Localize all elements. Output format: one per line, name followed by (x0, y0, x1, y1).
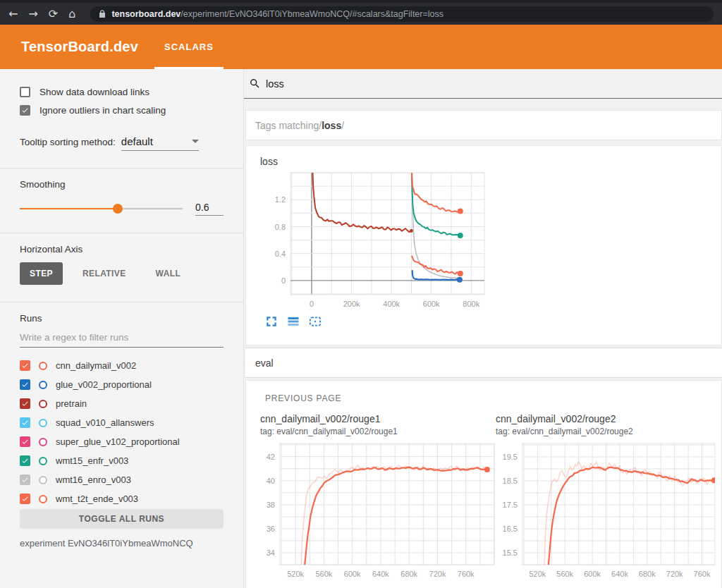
svg-text:15.5: 15.5 (503, 549, 518, 557)
toggle-all-runs-button[interactable]: TOGGLE ALL RUNS (20, 509, 224, 529)
loss-chart[interactable]: 0200k400k600k800k00.40.81.2 (269, 171, 488, 312)
axis-step-button[interactable]: STEP (20, 262, 63, 285)
run-label: wmt_t2t_ende_v003 (56, 494, 138, 504)
svg-text:40: 40 (267, 477, 275, 485)
main-panel: Tags matching /loss/ loss 0200k400k600k8… (244, 69, 722, 588)
run-checkbox[interactable] (20, 417, 30, 428)
expand-chart-icon[interactable] (265, 315, 278, 328)
experiment-id: experiment EvNO346lT0iYbmeaWmoNCQ (20, 538, 224, 549)
tooltip-sorting-label: Tooltip sorting method: (20, 137, 116, 147)
tab-scalars[interactable]: SCALARS (154, 25, 224, 69)
run-solo-radio[interactable] (39, 438, 47, 446)
address-bar[interactable]: tensorboard.dev/experiment/EvNO346lT0iYb… (90, 6, 714, 22)
run-row[interactable]: wmt_t2t_ende_v003 (20, 489, 224, 508)
svg-text:600k: 600k (423, 300, 440, 308)
run-row[interactable]: wmt16_enro_v003 (20, 470, 224, 489)
run-row[interactable]: pretrain (20, 394, 224, 413)
divider (0, 168, 243, 169)
run-solo-radio[interactable] (39, 400, 47, 408)
rouge2-chart[interactable]: 520k560k600k640k680k720k760k15.516.517.5… (491, 442, 719, 583)
url-path: /experiment/EvNO346lT0iYbmeaWmoNCQ/#scal… (180, 9, 443, 19)
run-row[interactable]: wmt15_enfr_v003 (20, 451, 224, 470)
run-checkbox[interactable] (20, 379, 30, 390)
eval-section-header[interactable]: eval (245, 348, 722, 378)
tag-filter-input[interactable] (266, 78, 477, 90)
smoothing-slider[interactable] (20, 203, 183, 214)
checkbox-label: Show data download links (39, 87, 149, 97)
tags-regex: loss (322, 120, 341, 131)
home-icon[interactable]: ⌂ (68, 8, 75, 20)
run-row[interactable]: cnn_dailymail_v002 (20, 356, 224, 375)
axis-wall-button[interactable]: WALL (146, 262, 191, 285)
fit-domain-icon[interactable] (309, 315, 322, 328)
runs-filter-input[interactable] (20, 332, 224, 348)
forward-icon[interactable]: → (28, 8, 37, 20)
svg-text:640k: 640k (611, 570, 628, 578)
checkbox-unchecked[interactable] (20, 87, 30, 97)
loss-card-title: loss (246, 146, 721, 167)
run-row[interactable]: super_glue_v102_proportional (20, 432, 224, 451)
check-icon (21, 400, 29, 408)
eval-section-title: eval (255, 357, 274, 369)
show-download-links-checkbox-row[interactable]: Show data download links (20, 87, 224, 97)
svg-text:200k: 200k (343, 300, 360, 308)
svg-text:600k: 600k (584, 570, 601, 578)
svg-text:0: 0 (310, 300, 314, 308)
svg-text:760k: 760k (694, 570, 711, 578)
run-row[interactable]: glue_v002_proportional (20, 375, 224, 394)
smoothing-value[interactable]: 0.6 (195, 202, 224, 216)
check-icon (21, 457, 29, 465)
run-solo-radio[interactable] (39, 419, 47, 427)
svg-text:38: 38 (267, 501, 275, 509)
svg-text:1.2: 1.2 (275, 195, 286, 204)
run-solo-radio[interactable] (39, 495, 47, 503)
svg-text:680k: 680k (400, 570, 417, 578)
run-solo-radio[interactable] (39, 476, 47, 484)
svg-text:720k: 720k (666, 570, 683, 578)
rouge2-chart-block: cnn_dailymail_v002/rouge2 tag: eval/cnn_… (491, 413, 722, 583)
reload-icon[interactable]: ⟳ (49, 8, 58, 20)
check-icon (21, 362, 29, 369)
run-checkbox[interactable] (20, 360, 30, 371)
runs-list: cnn_dailymail_v002glue_v002_proportional… (20, 356, 224, 508)
tooltip-sorting-value: default (121, 135, 153, 147)
run-label: squad_v010_allanswers (56, 417, 154, 428)
lock-icon (99, 10, 106, 18)
svg-text:680k: 680k (639, 570, 656, 578)
tooltip-sorting-select[interactable]: default (121, 135, 199, 151)
run-label: super_glue_v102_proportional (56, 436, 180, 447)
smoothing-label: Smoothing (20, 179, 224, 190)
check-icon (21, 106, 29, 114)
run-checkbox[interactable] (20, 455, 30, 466)
rouge2-title: cnn_dailymail_v002/rouge2 (496, 413, 722, 424)
checkbox-checked[interactable] (20, 105, 30, 116)
svg-text:34: 34 (267, 549, 275, 557)
run-row[interactable]: squad_v010_allanswers (20, 413, 224, 432)
svg-text:19.5: 19.5 (503, 453, 518, 461)
slider-thumb[interactable] (113, 204, 123, 214)
run-checkbox[interactable] (20, 474, 30, 485)
check-icon (21, 419, 29, 427)
previous-page-button[interactable]: PREVIOUS PAGE (246, 381, 721, 403)
run-solo-radio[interactable] (39, 381, 47, 389)
svg-text:520k: 520k (529, 570, 546, 578)
run-checkbox[interactable] (20, 398, 30, 409)
run-solo-radio[interactable] (39, 457, 47, 465)
ignore-outliers-checkbox-row[interactable]: Ignore outliers in chart scaling (20, 105, 224, 116)
run-solo-radio[interactable] (39, 362, 47, 370)
axis-relative-button[interactable]: RELATIVE (73, 262, 136, 285)
run-label: glue_v002_proportional (56, 379, 152, 390)
rouge1-chart[interactable]: 520k560k600k640k680k720k760k3436384042 (256, 442, 498, 583)
check-icon (21, 381, 29, 388)
regex-slash: / (341, 120, 344, 131)
run-checkbox[interactable] (20, 494, 30, 504)
back-icon[interactable]: ← (8, 8, 18, 20)
checkbox-label: Ignore outliers in chart scaling (39, 105, 166, 116)
rouge2-tag: tag: eval/cnn_dailymail_v002/rouge2 (496, 427, 722, 436)
log-scale-lines-icon[interactable] (287, 315, 300, 328)
eval-charts-card: PREVIOUS PAGE cnn_dailymail_v002/rouge1 … (245, 380, 722, 588)
tags-matching-prefix: Tags matching (255, 120, 319, 131)
run-checkbox[interactable] (20, 436, 30, 447)
tags-matching-bar: Tags matching /loss/ (245, 110, 722, 140)
svg-text:16.5: 16.5 (503, 525, 518, 533)
